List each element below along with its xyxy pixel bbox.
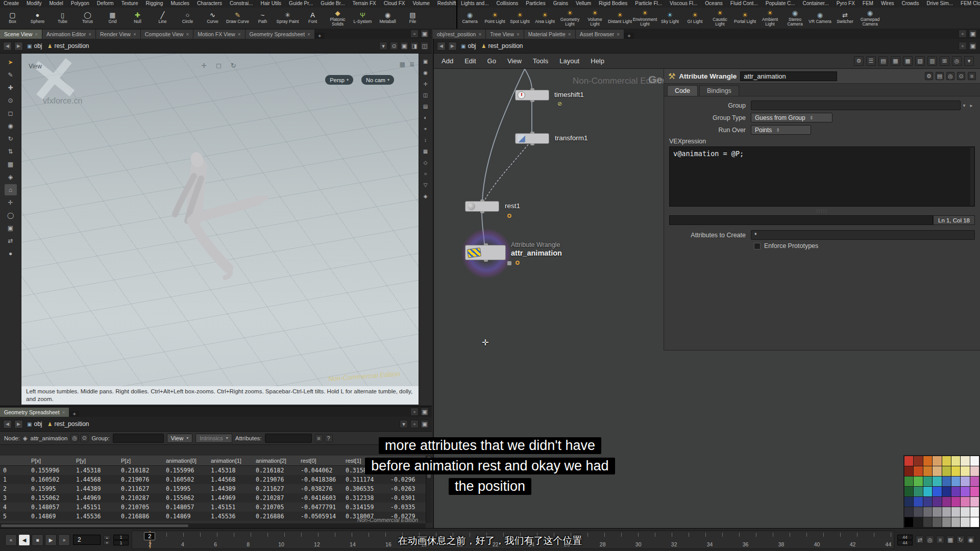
add-pane-tab-button[interactable]: +: [624, 33, 633, 39]
resize-grip[interactable]: :::::: [669, 208, 975, 213]
shelf-tool[interactable]: ☀ Caustic Light: [707, 8, 732, 29]
shelf-tab[interactable]: Grains: [550, 0, 572, 8]
shelf-tab[interactable]: Container...: [799, 0, 833, 8]
path-node[interactable]: ♟rest_position: [46, 42, 90, 49]
color-swatch[interactable]: [961, 517, 969, 527]
shelf-tool[interactable]: ◉ Metaball: [375, 8, 400, 29]
shelf-tool[interactable]: ☀ Spot Light: [507, 8, 532, 29]
network-toolbar-icon[interactable]: ⚙: [854, 56, 864, 66]
display-option-icon[interactable]: ▽: [421, 180, 431, 190]
node-name-input[interactable]: attr_animation: [740, 71, 837, 81]
group-input[interactable]: [751, 101, 961, 110]
node-attr-animation[interactable]: [465, 245, 506, 260]
color-swatch[interactable]: [914, 497, 922, 507]
group-select-arrow-icon[interactable]: ▸: [968, 103, 975, 108]
shelf-tool[interactable]: ◉ Stereo Camera: [782, 8, 807, 29]
shelf-tool[interactable]: ▦ Grid: [100, 8, 125, 29]
tool-icon[interactable]: ✛: [5, 197, 17, 208]
shelf-tab[interactable]: Model: [45, 0, 67, 8]
shelf-tab[interactable]: Particle Fl...: [631, 0, 666, 8]
shelf-tool[interactable]: ◯ Torus: [75, 8, 100, 29]
color-swatch[interactable]: [961, 507, 969, 517]
network-toolbar-icon[interactable]: ▧: [915, 56, 925, 66]
color-swatch[interactable]: [914, 517, 922, 527]
viewport[interactable]: ✕ vfxforce.cn View ✛◻↻ ▦≣ Persp No cam: [21, 54, 419, 405]
shelf-tab[interactable]: Characters: [193, 0, 226, 8]
path-node[interactable]: ♟rest_position: [46, 420, 90, 428]
network-toolbar-icon[interactable]: ▦: [903, 56, 913, 66]
tool-icon[interactable]: ▣: [5, 222, 17, 234]
display-option-icon[interactable]: ↕: [421, 135, 431, 145]
shelf-tab[interactable]: Volume: [409, 0, 433, 8]
display-option-icon[interactable]: ▣: [421, 57, 431, 66]
shelf-tab[interactable]: Vellum: [572, 0, 595, 8]
param-header-icon[interactable]: ⚙: [925, 72, 933, 80]
forward-button[interactable]: ▶: [448, 42, 457, 51]
shelf-tool[interactable]: ▢ Box: [0, 8, 25, 29]
shelf-tool[interactable]: ○ Circle: [175, 8, 200, 29]
back-button[interactable]: ◀: [437, 42, 446, 51]
pathbar-icon[interactable]: ▫: [959, 42, 967, 50]
shelf-tool[interactable]: ⇄ Switcher: [832, 8, 857, 29]
run-over-dropdown[interactable]: Points: [751, 125, 811, 135]
tool-icon[interactable]: ⊙: [5, 95, 17, 106]
shelf-tool[interactable]: ☀ Distant Light: [607, 8, 632, 29]
pane-tab[interactable]: Render View: [96, 30, 141, 39]
shelf-tab[interactable]: Crowds: [898, 0, 923, 8]
pane-control-icon[interactable]: ▫: [410, 30, 419, 38]
pane-tab[interactable]: Motion FX View: [193, 30, 245, 39]
add-pane-tab-button[interactable]: +: [315, 33, 324, 39]
menu-item[interactable]: View: [502, 57, 527, 65]
shelf-tool[interactable]: A Font: [300, 8, 325, 29]
shelf-tool[interactable]: ◉ Camera: [457, 8, 482, 29]
pathbar-icon[interactable]: ⊙: [390, 42, 398, 50]
tool-icon[interactable]: ◻: [5, 108, 17, 119]
display-option-icon[interactable]: ◈: [421, 191, 431, 201]
shelf-tool[interactable]: ▤ File: [400, 8, 425, 29]
forward-button[interactable]: ▶: [14, 42, 23, 51]
group-type-dropdown[interactable]: Guess from Group: [751, 113, 832, 122]
pane-tab[interactable]: Scene View: [0, 30, 42, 39]
vex-code-editor[interactable]: v@animation = @P;: [669, 146, 975, 207]
shelf-tool[interactable]: ☀ Point Light: [482, 8, 507, 29]
menu-item[interactable]: Add: [436, 57, 459, 65]
shelf-tool[interactable]: ✎ Draw Curve: [225, 8, 250, 29]
shelf-tool[interactable]: ☀ Area Light: [532, 8, 557, 29]
shelf-tool[interactable]: ✳ Spray Paint: [275, 8, 300, 29]
shelf-tool[interactable]: ◉ VR Camera: [807, 8, 832, 29]
param-header-icon[interactable]: ▤: [936, 72, 944, 80]
color-swatch[interactable]: [942, 517, 951, 527]
shelf-tool[interactable]: ☀ GI Light: [682, 8, 707, 29]
shelf-tool[interactable]: ◆ Platonic Solids: [325, 8, 350, 29]
tool-icon[interactable]: ✎: [5, 69, 17, 81]
menu-item[interactable]: Go: [482, 57, 502, 65]
network-toolbar-icon[interactable]: ▾: [964, 56, 974, 66]
shelf-tab[interactable]: Hair Utils: [257, 0, 286, 8]
display-flag-ring[interactable]: [507, 214, 511, 218]
node-transform[interactable]: [515, 133, 549, 144]
shelf-tool[interactable]: ● Sphere: [25, 8, 50, 29]
shelf-tab[interactable]: Constrai...: [226, 0, 257, 8]
shelf-tool[interactable]: ✚ Null: [125, 8, 150, 29]
shelf-tab[interactable]: Populate C...: [762, 0, 799, 8]
pane-tab[interactable]: Tree View: [486, 30, 524, 39]
pathbar-icon[interactable]: ▫: [410, 420, 419, 428]
shelf-tool[interactable]: ◉ Gamepad Camera: [857, 8, 883, 29]
menu-item[interactable]: Tools: [527, 57, 554, 65]
node-rest[interactable]: [465, 201, 499, 212]
display-option-icon[interactable]: ◫: [421, 90, 431, 100]
display-option-icon[interactable]: ◉: [421, 68, 431, 78]
display-option-icon[interactable]: ⌖: [421, 124, 431, 134]
shelf-tab[interactable]: Guide Pr...: [285, 0, 317, 8]
shelf-tab[interactable]: Rigging: [142, 0, 167, 8]
pane-tab[interactable]: Geometry Spreadsheet: [0, 408, 69, 417]
back-button[interactable]: ◀: [3, 42, 12, 51]
tool-icon[interactable]: ✚: [5, 82, 17, 93]
menu-item[interactable]: Edit: [459, 57, 481, 65]
tool-icon[interactable]: ⇄: [5, 235, 17, 246]
shelf-tab[interactable]: Guide Br...: [317, 0, 349, 8]
display-option-icon[interactable]: ✛: [421, 79, 431, 89]
shelf-tab[interactable]: Viscous Fl...: [666, 0, 701, 8]
shelf-tab[interactable]: Deform: [93, 0, 118, 8]
display-flag-ring[interactable]: [516, 261, 520, 265]
